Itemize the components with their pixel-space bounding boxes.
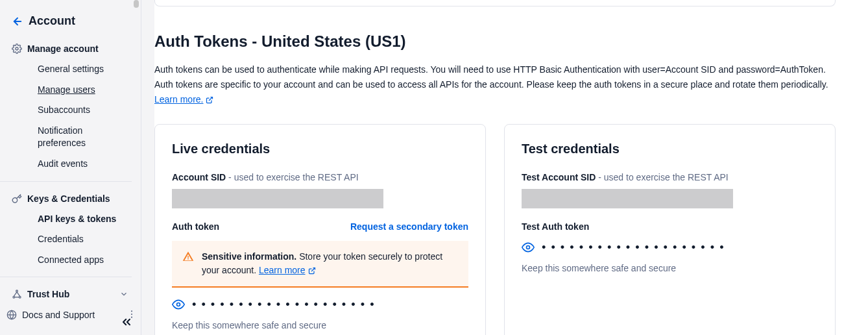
account-sid-label-row: Account SID - used to exercise the REST … (172, 172, 468, 182)
nav-divider (0, 277, 141, 277)
nav-item-audit-events[interactable]: Audit events (0, 154, 141, 175)
svg-point-1 (16, 47, 18, 50)
auth-token-hint: Keep this somewhere safe and secure (172, 320, 468, 330)
svg-point-15 (177, 303, 180, 306)
nav-item-subaccounts[interactable]: Subaccounts (0, 100, 141, 121)
account-sid-hint: - used to exercise the REST API (226, 172, 358, 182)
warning-text: Sensitive information. Store your token … (202, 250, 458, 277)
auth-token-value-row: •••••••••••••••••••• (172, 298, 468, 311)
collapse-sidebar-button[interactable] (117, 313, 136, 331)
test-account-sid-label: Test Account SID (522, 172, 596, 182)
test-credentials-title: Test credentials (522, 142, 818, 156)
nav-item-api-keys-tokens[interactable]: API keys & tokens (0, 209, 141, 230)
sensitive-info-banner: Sensitive information. Store your token … (172, 241, 468, 288)
test-auth-token-value-row: •••••••••••••••••••• (522, 241, 818, 254)
nav-section-trusthub: Trust Hub (0, 281, 141, 307)
test-account-sid-value[interactable] (522, 189, 733, 208)
svg-line-6 (17, 292, 20, 297)
nav-divider (0, 181, 141, 182)
back-arrow-icon[interactable] (12, 16, 23, 27)
nav-header-trusthub[interactable]: Trust Hub (0, 284, 141, 304)
warning-learn-more-link[interactable]: Learn more (259, 264, 316, 277)
warning-learn-more-text: Learn more (259, 264, 306, 277)
test-credentials-card: Test credentials Test Account SID - used… (504, 124, 836, 335)
test-account-sid-label-row: Test Account SID - used to exercise the … (522, 172, 818, 182)
svg-point-3 (13, 297, 15, 299)
nav-header-label: Keys & Credentials (27, 193, 110, 204)
svg-line-5 (14, 292, 17, 297)
test-account-sid-hint: - used to exercise the REST API (596, 172, 728, 182)
credentials-cards-row: Live credentials Account SID - used to e… (154, 124, 836, 335)
test-auth-token-masked: •••••••••••••••••••• (541, 242, 729, 253)
svg-point-4 (19, 297, 21, 299)
account-sid-label: Account SID (172, 172, 226, 182)
nav-header-label: Manage account (27, 43, 99, 54)
learn-more-link[interactable]: Learn more. (154, 92, 213, 107)
chevron-down-icon (119, 289, 129, 299)
sidebar-scrollbar[interactable] (132, 0, 141, 286)
auth-token-masked: •••••••••••••••••••• (191, 299, 379, 310)
sidebar-title: Account (29, 14, 75, 28)
account-sid-value[interactable] (172, 189, 383, 208)
page-description: Auth tokens can be used to authenticate … (154, 62, 836, 107)
nav-item-connected-apps[interactable]: Connected apps (0, 250, 141, 271)
nav-item-manage-users[interactable]: Manage users (0, 80, 141, 101)
request-secondary-token-link[interactable]: Request a secondary token (350, 221, 468, 232)
live-credentials-title: Live credentials (172, 142, 468, 156)
test-auth-token-label: Test Auth token (522, 221, 589, 232)
show-token-icon[interactable] (172, 298, 185, 311)
nav-item-notification-preferences[interactable]: Notification preferences (0, 121, 141, 154)
sidebar-header: Account (0, 0, 141, 36)
trusthub-icon (12, 289, 22, 299)
nav-header-label: Trust Hub (27, 289, 69, 299)
page-description-text: Auth tokens can be used to authenticate … (154, 64, 828, 90)
show-test-token-icon[interactable] (522, 241, 535, 254)
docs-label: Docs and Support (22, 310, 95, 320)
svg-point-2 (16, 290, 18, 292)
main-content: Auth Tokens - United States (US1) Auth t… (154, 0, 868, 335)
auth-token-header-row: Auth token Request a secondary token (172, 221, 468, 232)
svg-point-16 (527, 246, 530, 249)
nav-header-manage[interactable]: Manage account (0, 38, 141, 59)
external-link-icon (308, 267, 316, 275)
scrollbar-thumb[interactable] (134, 0, 139, 8)
nav-item-general-settings[interactable]: General settings (0, 59, 141, 80)
sidebar: Account Manage account General settings … (0, 0, 141, 335)
nav-section-keys: Keys & Credentials API keys & tokens Cre… (0, 186, 141, 273)
svg-line-13 (209, 97, 213, 101)
gear-icon (12, 43, 22, 54)
warning-strong: Sensitive information. (202, 251, 296, 262)
test-auth-token-header-row: Test Auth token (522, 221, 818, 232)
learn-more-text: Learn more. (154, 92, 203, 107)
auth-token-label: Auth token (172, 221, 219, 232)
svg-point-10 (131, 310, 132, 312)
test-auth-token-hint: Keep this somewhere safe and secure (522, 263, 818, 273)
page-title: Auth Tokens - United States (US1) (154, 32, 868, 51)
svg-line-14 (311, 267, 315, 271)
top-card-border (154, 0, 836, 6)
nav-section-manage: Manage account General settings Manage u… (0, 36, 141, 177)
warning-icon (182, 251, 194, 262)
globe-icon (6, 310, 17, 320)
key-icon (12, 193, 22, 204)
external-link-icon (206, 96, 213, 104)
nav-header-keys[interactable]: Keys & Credentials (0, 188, 141, 209)
live-credentials-card: Live credentials Account SID - used to e… (154, 124, 486, 335)
nav-item-credentials[interactable]: Credentials (0, 229, 141, 250)
